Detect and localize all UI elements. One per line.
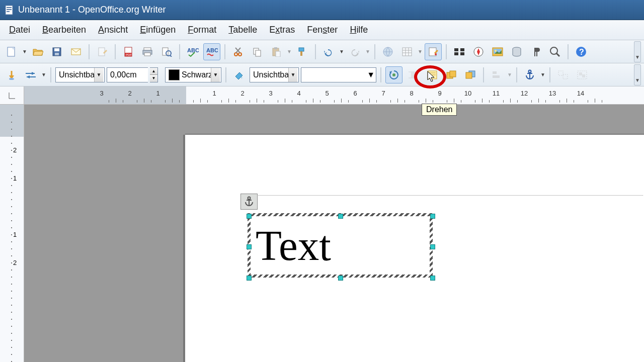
redo-button[interactable] [346, 43, 363, 60]
menu-edit[interactable]: Bearbeiten [37, 22, 91, 38]
find-button[interactable] [451, 43, 468, 60]
wrap-button[interactable] [405, 66, 422, 83]
paste-dropdown[interactable]: ▼ [287, 49, 292, 54]
svg-rect-14 [144, 48, 151, 50]
spellcheck-button[interactable]: ABC [184, 43, 201, 60]
menu-table[interactable]: Tabelle [223, 22, 262, 38]
nonprinting-button[interactable] [527, 43, 544, 60]
chevron-down-icon[interactable]: ▼ [367, 70, 375, 79]
menu-insert[interactable]: Einfügen [135, 22, 181, 38]
datasources-button[interactable] [508, 43, 525, 60]
resize-handle[interactable] [247, 214, 252, 219]
print-preview-button[interactable] [158, 43, 175, 60]
menu-file[interactable]: Dateidocument.currentScript.previousElem… [4, 22, 35, 38]
ungroup-button[interactable] [554, 66, 572, 83]
hyperlink-button[interactable] [379, 43, 396, 60]
chevron-down-icon[interactable]: ▼ [211, 68, 220, 82]
undo-button[interactable] [320, 43, 337, 60]
email-button[interactable] [67, 43, 85, 60]
anchor-button[interactable] [521, 66, 538, 83]
line-width-spinner[interactable]: ▲▼ [150, 67, 158, 82]
group-button[interactable] [574, 66, 591, 83]
export-pdf-button[interactable]: PDF [120, 43, 137, 60]
menu-tools[interactable]: Extras [264, 22, 300, 38]
resize-handle[interactable] [430, 276, 435, 281]
zoom-button[interactable] [546, 43, 564, 60]
svg-rect-30 [276, 51, 280, 57]
to-front-button[interactable] [443, 66, 460, 83]
new-button[interactable] [3, 43, 20, 60]
wrap2-button[interactable] [424, 66, 441, 83]
area-button[interactable] [230, 66, 248, 83]
object-toolbar: ▼ Unsichtba ▼ 0,00cm ▲▼ Schwarz ▼ Unsich… [0, 63, 644, 86]
table-dropdown[interactable]: ▼ [418, 49, 423, 54]
cut-button[interactable] [229, 43, 247, 60]
table-button[interactable] [398, 43, 416, 60]
edit-doc-button[interactable] [94, 43, 111, 60]
line-color-combo[interactable]: Schwarz ▼ [165, 67, 221, 82]
anchor-dropdown[interactable]: ▼ [540, 72, 545, 77]
svg-text:ABC: ABC [187, 47, 199, 53]
line-color-value: Schwarz [182, 70, 211, 79]
resize-handle[interactable] [247, 244, 252, 249]
undo-dropdown[interactable]: ▼ [339, 49, 344, 54]
align-dropdown[interactable]: ▼ [507, 72, 512, 77]
toolbar-overflow[interactable]: ▼ [634, 41, 641, 62]
resize-handle[interactable] [338, 214, 343, 219]
resize-handle[interactable] [247, 276, 252, 281]
svg-rect-81 [563, 74, 568, 79]
menu-view[interactable]: Ansicht [93, 22, 133, 38]
line-endings-button[interactable] [3, 66, 20, 83]
svg-rect-83 [579, 72, 582, 75]
redo-dropdown[interactable]: ▼ [365, 49, 370, 54]
toolbar-overflow[interactable]: ▼ [634, 64, 641, 85]
svg-marker-61 [27, 75, 30, 78]
svg-marker-59 [32, 72, 35, 75]
chevron-down-icon[interactable]: ▼ [94, 68, 103, 82]
menu-window[interactable]: Fenster [302, 22, 343, 38]
horizontal-ruler[interactable]: 3211234567891011121314 [24, 86, 644, 105]
menu-format[interactable]: Format [183, 22, 221, 38]
ruler-corner[interactable] [0, 86, 24, 105]
open-button[interactable] [29, 43, 46, 60]
resize-handle[interactable] [430, 214, 435, 219]
print-button[interactable] [139, 43, 156, 60]
svg-rect-44 [460, 52, 464, 55]
navigator-button[interactable] [470, 43, 487, 60]
area-fill-combo[interactable]: ▼ [301, 67, 376, 82]
resize-handle[interactable] [430, 244, 435, 249]
color-swatch [169, 69, 180, 80]
format-paintbrush-button[interactable] [294, 43, 311, 60]
svg-rect-75 [493, 71, 497, 74]
area-style-combo[interactable]: Unsichtba ▼ [250, 67, 299, 82]
align-button[interactable] [488, 66, 505, 83]
save-button[interactable] [48, 43, 65, 60]
help-button[interactable]: ? [573, 43, 590, 60]
arrow-style-button[interactable] [22, 66, 39, 83]
line-width-field[interactable]: 0,00cm [107, 67, 148, 82]
rotate-button[interactable] [385, 66, 403, 83]
line-width-value: 0,00cm [110, 70, 147, 79]
to-back-button[interactable] [462, 66, 479, 83]
show-draw-button[interactable] [425, 43, 442, 60]
svg-rect-72 [450, 71, 456, 77]
new-dropdown[interactable]: ▼ [22, 49, 27, 54]
svg-rect-42 [460, 48, 464, 51]
svg-rect-7 [54, 48, 59, 51]
gallery-button[interactable] [489, 43, 506, 60]
text-frame[interactable]: Text [248, 213, 433, 278]
resize-handle[interactable] [338, 276, 343, 281]
paste-button[interactable] [268, 43, 285, 60]
tooltip-text: Drehen [426, 105, 452, 114]
arrow-style-dropdown[interactable]: ▼ [41, 72, 46, 77]
line-style-combo[interactable]: Unsichtba ▼ [55, 67, 105, 82]
svg-point-57 [9, 78, 14, 80]
menu-help[interactable]: Hilfe [345, 22, 373, 38]
copy-button[interactable] [249, 43, 266, 60]
autospell-button[interactable]: ABC [203, 43, 220, 60]
svg-point-85 [248, 197, 251, 200]
app-icon [4, 5, 14, 15]
vertical-ruler[interactable]: 2112 [0, 105, 24, 362]
chevron-down-icon[interactable]: ▼ [288, 68, 297, 82]
line-style-value: Unsichtba [59, 70, 94, 79]
